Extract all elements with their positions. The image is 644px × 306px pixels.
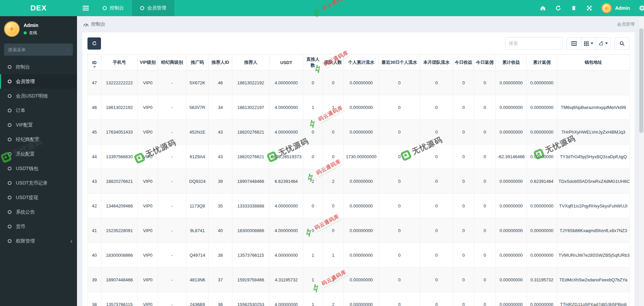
table-cell: 0 bbox=[379, 268, 420, 292]
table-cell: 43 bbox=[209, 144, 232, 169]
table-row: 4618613022192VIP0-563V7R34186130221974.0… bbox=[88, 95, 630, 120]
sidebar-item-dashboard[interactable]: 控制台 bbox=[0, 60, 77, 74]
table-row: 3813573766115VIP0-2436B936155625302534.0… bbox=[88, 292, 630, 306]
table-cell: 18300008866 bbox=[232, 218, 269, 243]
table-cell: 4.00000000 bbox=[269, 292, 303, 306]
sidebar-item-member-usdt[interactable]: 会员USDT明细 bbox=[0, 89, 77, 103]
sidebar-item-broker-config[interactable]: 经纪商配置 bbox=[0, 132, 77, 147]
table-cell: 0 bbox=[453, 71, 474, 95]
nav-tab-members[interactable]: 会员管理 bbox=[132, 0, 174, 16]
sidebar-item-label: USDT钱包 bbox=[16, 166, 38, 172]
table-cell: 0 bbox=[323, 194, 344, 218]
table-cell: 36 bbox=[209, 292, 232, 306]
vertical-scrollbar[interactable] bbox=[638, 16, 644, 306]
circle-icon bbox=[8, 109, 11, 112]
table-cell: 0.00000000 bbox=[344, 194, 379, 218]
table-cell: VIP0 bbox=[138, 243, 158, 268]
table-cell: 0 bbox=[474, 95, 496, 120]
table-cell: 0.31195732 bbox=[527, 268, 557, 292]
columns-button[interactable] bbox=[581, 37, 596, 50]
sidebar-item-label: 系统配置 bbox=[16, 151, 35, 157]
sidebar-search-input[interactable] bbox=[8, 47, 68, 52]
column-header-6: 推荐人 bbox=[232, 55, 269, 71]
table-cell: 4.00000000 bbox=[269, 218, 303, 243]
fullscreen-button[interactable] bbox=[586, 5, 593, 11]
sidebar-item-currency[interactable]: 货币 bbox=[0, 219, 77, 234]
sidebar-search bbox=[4, 44, 73, 56]
circle-icon bbox=[8, 225, 11, 228]
circle-icon bbox=[8, 196, 11, 199]
circle-icon bbox=[8, 80, 11, 83]
members-table: ID手机号VIP级别经纪商级别推广码推荐人ID推荐人USDT直推人数团队人数个人… bbox=[87, 54, 630, 306]
toggle-pagination-button[interactable] bbox=[567, 37, 582, 50]
table-cell: 0.00000000 bbox=[496, 71, 527, 95]
chevron-left-icon: ‹ bbox=[71, 238, 72, 244]
sidebar-item-orders[interactable]: 订单 bbox=[0, 103, 77, 118]
table-cell: VIP0 bbox=[138, 71, 158, 95]
table-cell: 13573766115 bbox=[101, 292, 138, 306]
sidebar-item-label: 系统公告 bbox=[16, 209, 35, 215]
breadcrumb-page: 会员管理 bbox=[617, 21, 635, 27]
table-cell: 9L8741 bbox=[186, 218, 209, 243]
app-logo: DEX bbox=[0, 0, 77, 16]
table-cell: 15235228091 bbox=[101, 218, 138, 243]
table-cell: 18907448466 bbox=[232, 169, 269, 194]
table-cell: 15919758466 bbox=[232, 268, 269, 292]
column-header-13: 今日收益 bbox=[453, 55, 474, 71]
sidebar-item-usdt-withdraw[interactable]: USDT提现 bbox=[0, 190, 77, 205]
sidebar: Admin 在线 控制台会员管理会员USDT明细订单VIP配置经纪商配置系统配置… bbox=[0, 16, 77, 306]
table-cell: 0 bbox=[453, 120, 474, 144]
table-cell: 38 bbox=[88, 292, 101, 306]
table-cell: 0 bbox=[303, 218, 323, 243]
sidebar-item-announcement[interactable]: 系统公告 bbox=[0, 205, 77, 219]
sidebar-item-label: 权限管理 bbox=[16, 238, 35, 244]
sidebar-item-system-config[interactable]: 系统配置 bbox=[0, 147, 77, 161]
table-cell: 0.00000000 bbox=[527, 243, 557, 268]
list-icon bbox=[571, 41, 577, 46]
column-header-0[interactable]: ID bbox=[88, 55, 101, 71]
refresh-table-button[interactable] bbox=[87, 37, 101, 50]
circle-icon bbox=[8, 152, 11, 156]
table-cell: 6.62391464 bbox=[269, 169, 303, 194]
table-cell: 4.00000000 bbox=[269, 243, 303, 268]
table-cell: 0 bbox=[303, 71, 323, 95]
sidebar-item-vip-config[interactable]: VIP配置 bbox=[0, 118, 77, 132]
breadcrumb-current: 控制台 bbox=[91, 21, 105, 27]
export-button[interactable] bbox=[596, 37, 611, 50]
sidebar-item-label: 货币 bbox=[16, 224, 25, 230]
table-search-input[interactable] bbox=[505, 37, 563, 50]
sidebar-item-permissions[interactable]: 权限管理‹ bbox=[0, 234, 77, 248]
table-cell: 0 bbox=[420, 218, 453, 243]
nav-tab-dashboard[interactable]: 控制台 bbox=[95, 0, 132, 16]
table-cell: 0 bbox=[474, 144, 496, 169]
sidebar-item-usdt-wallet[interactable]: USDT钱包 bbox=[0, 161, 77, 176]
table-cell: 40 bbox=[209, 218, 232, 243]
refresh-button[interactable] bbox=[555, 5, 562, 11]
table-cell: 0 bbox=[453, 194, 474, 218]
home-icon bbox=[540, 5, 546, 11]
refresh-icon bbox=[92, 41, 97, 46]
settings-button[interactable] bbox=[639, 5, 644, 11]
sidebar-toggle-button[interactable] bbox=[77, 0, 95, 16]
sidebar-item-usdt-deposit[interactable]: USDT充币记录 bbox=[0, 176, 77, 190]
user-menu[interactable]: Admin bbox=[601, 3, 630, 13]
circle-icon bbox=[8, 65, 11, 69]
navbar-actions: Admin bbox=[539, 0, 644, 16]
table-cell: 0.00000000 bbox=[496, 243, 527, 268]
table-cell: 0 bbox=[474, 218, 496, 243]
column-header-16: 累计返佣 bbox=[527, 55, 557, 71]
breadcrumb: 控制台 会员管理 bbox=[77, 16, 644, 32]
top-navbar: DEX 控制台 会员管理 Admin bbox=[0, 0, 644, 16]
table-cell: 0.00000000 bbox=[527, 292, 557, 306]
nav-tab-label: 会员管理 bbox=[147, 5, 166, 11]
table-cell: - bbox=[158, 194, 186, 218]
circle-icon bbox=[8, 181, 11, 185]
sidebar-item-members[interactable]: 会员管理 bbox=[0, 74, 77, 89]
sidebar-user-panel: Admin 在线 bbox=[0, 16, 77, 41]
search-button[interactable] bbox=[615, 37, 629, 50]
table-cell: 0 bbox=[379, 120, 420, 144]
scrollbar-thumb[interactable] bbox=[639, 28, 643, 133]
clear-cache-button[interactable] bbox=[570, 5, 577, 11]
home-button[interactable] bbox=[539, 5, 546, 11]
table-cell: 0 bbox=[379, 71, 420, 95]
